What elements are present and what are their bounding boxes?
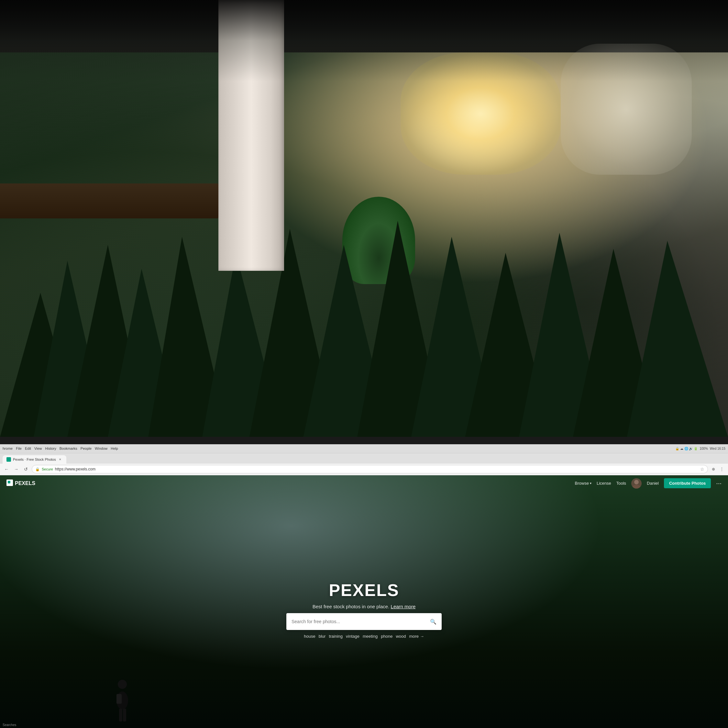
room-overlay bbox=[0, 0, 349, 271]
office-photo-background bbox=[0, 0, 349, 349]
